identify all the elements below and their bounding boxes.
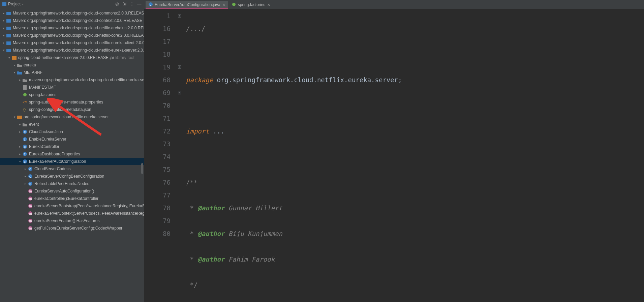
file-icon xyxy=(22,85,28,90)
svg-text:c: c xyxy=(24,138,26,141)
fold-column[interactable]: + + − xyxy=(178,9,182,302)
tree-class[interactable]: ▸cCloudJacksonJson xyxy=(0,128,144,135)
tab-label: spring.factories xyxy=(238,2,265,7)
code-editor[interactable]: 1 16 17 18 19 68 69 70 71 72 73 74 75 76… xyxy=(144,9,644,302)
svg-rect-2 xyxy=(6,19,11,23)
tree-lib-expanded[interactable]: ▾Maven: org.springframework.cloud:spring… xyxy=(0,47,144,54)
svg-rect-0 xyxy=(2,2,6,6)
svg-rect-6 xyxy=(6,49,11,52)
tree-folder-eureka[interactable]: ▸eureka xyxy=(0,61,144,69)
tree-inner-class[interactable]: ▸cRefreshablePeerEurekaNodes xyxy=(0,180,144,187)
tree-file-manifest[interactable]: ·MANIFEST.MF xyxy=(0,84,144,91)
svg-text:c: c xyxy=(24,160,26,163)
tree-file-confmeta[interactable]: ·{}spring-configuration-metadata.json xyxy=(0,106,144,113)
svg-text:m: m xyxy=(29,204,32,208)
tree-method[interactable]: ·mEurekaServerAutoConfiguration() xyxy=(0,187,144,195)
svg-point-9 xyxy=(23,93,27,96)
fold-marker[interactable]: + xyxy=(178,14,181,18)
tree-class[interactable]: ▸cEurekaDashboardProperties xyxy=(0,150,144,158)
svg-rect-8 xyxy=(23,85,27,90)
close-icon[interactable]: ✕ xyxy=(222,3,225,7)
chevron-down-icon[interactable]: ⌄ xyxy=(21,2,24,6)
folder-icon xyxy=(22,122,28,127)
editor-tabs: c EurekaServerAutoConfiguration.java ✕ s… xyxy=(144,0,644,9)
svg-rect-4 xyxy=(6,34,11,37)
project-title[interactable]: Project xyxy=(8,2,21,6)
tree-folder-event[interactable]: ▸event xyxy=(0,121,144,128)
tree-method[interactable]: ·meurekaServerFeature():HasFeatures xyxy=(0,217,144,224)
target-icon[interactable]: ◎ xyxy=(114,1,120,6)
tree-folder[interactable]: ▸maven.org.springframework.cloud.spring-… xyxy=(0,76,144,84)
tree-lib[interactable]: ▸Maven: org.springframework.cloud:spring… xyxy=(0,17,144,24)
spring-leaf-icon xyxy=(22,92,28,97)
class-icon: c xyxy=(28,174,33,179)
svg-text:m: m xyxy=(29,197,32,201)
method-icon: m xyxy=(28,218,33,223)
more-icon[interactable]: ⋮ xyxy=(129,1,134,6)
method-icon: m xyxy=(28,196,33,201)
tree-inner-class[interactable]: ▸cEurekaServerConfigBeanConfiguration xyxy=(0,173,144,180)
fold-marker[interactable]: − xyxy=(178,91,181,94)
tree-selected-class[interactable]: ▾cEurekaServerAutoConfiguration xyxy=(0,158,144,165)
project-sidebar: Project ⌄ ◎ ⇲ ⋮ — ▸Maven: org.springfram… xyxy=(0,0,144,302)
svg-text:</>: </> xyxy=(23,100,27,104)
jar-icon xyxy=(11,55,17,60)
svg-text:m: m xyxy=(29,227,32,230)
class-icon: c xyxy=(28,181,33,186)
project-icon xyxy=(2,2,7,6)
library-icon xyxy=(6,33,11,38)
project-tree[interactable]: ▸Maven: org.springframework.cloud:spring… xyxy=(0,8,144,302)
minimize-icon[interactable]: — xyxy=(136,1,142,6)
svg-text:c: c xyxy=(24,130,26,134)
spring-leaf-icon xyxy=(232,2,236,8)
class-icon: c xyxy=(22,144,28,149)
tree-lib[interactable]: ▸Maven: org.springframework.cloud:spring… xyxy=(0,24,144,32)
collapse-icon[interactable]: ⇲ xyxy=(122,1,127,6)
class-icon: c xyxy=(148,2,153,8)
tree-inner-class[interactable]: ▸cCloudServerCodecs xyxy=(0,165,144,173)
tree-package[interactable]: ▾org.springframework.cloud.netflix.eurek… xyxy=(0,113,144,121)
class-icon: c xyxy=(28,166,33,172)
tree-lib[interactable]: ▸Maven: org.springframework.cloud:spring… xyxy=(0,39,144,47)
properties-icon: </> xyxy=(22,99,28,105)
tree-file-autoconf[interactable]: ·</>spring-autoconfigure-metadata.proper… xyxy=(0,98,144,106)
svg-text:c: c xyxy=(29,175,31,178)
tree-lib[interactable]: ▸Maven: org.springframework.cloud:spring… xyxy=(0,9,144,17)
tree-method[interactable]: ·mgetFullJson(EurekaServerConfig):CodecW… xyxy=(0,224,144,232)
svg-text:m: m xyxy=(29,212,32,215)
tree-file-factories[interactable]: ·spring.factories xyxy=(0,91,144,98)
class-icon: c xyxy=(22,159,28,164)
tree-method[interactable]: ·meurekaController():EurekaController xyxy=(0,195,144,202)
class-icon: c xyxy=(22,137,28,142)
tree-folder-metainf[interactable]: ▾META-INF xyxy=(0,69,144,76)
method-icon: m xyxy=(28,188,33,194)
tab-eureka-config[interactable]: c EurekaServerAutoConfiguration.java ✕ xyxy=(146,1,228,9)
tree-method[interactable]: ·meurekaServerBootstrap(PeerAwareInstanc… xyxy=(0,202,144,210)
svg-text:c: c xyxy=(29,167,31,171)
svg-text:c: c xyxy=(29,182,31,186)
tree-method[interactable]: ·meurekaServerContext(ServerCodecs, Peer… xyxy=(0,210,144,217)
class-icon: c xyxy=(22,151,28,157)
code-content[interactable]: /.../ package org.springframework.cloud.… xyxy=(182,9,644,302)
fold-marker[interactable]: + xyxy=(178,65,181,69)
folder-icon xyxy=(17,62,22,68)
tab-spring-factories[interactable]: spring.factories ✕ xyxy=(229,1,273,9)
tree-class[interactable]: ·cEnableEurekaServer xyxy=(0,135,144,143)
svg-rect-1 xyxy=(6,12,11,15)
svg-text:c: c xyxy=(24,152,26,156)
class-icon: c xyxy=(22,129,28,134)
library-icon xyxy=(6,18,11,23)
scrollbar-thumb[interactable] xyxy=(141,163,143,174)
svg-point-43 xyxy=(232,3,236,6)
tree-jar[interactable]: ▾spring-cloud-netflix-eureka-server-2.0.… xyxy=(0,54,144,61)
svg-rect-12 xyxy=(17,116,22,119)
close-icon[interactable]: ✕ xyxy=(267,3,270,7)
library-icon xyxy=(6,25,11,31)
library-icon xyxy=(6,40,11,46)
line-gutter: 1 16 17 18 19 68 69 70 71 72 73 74 75 76… xyxy=(144,9,178,302)
json-icon: {} xyxy=(22,107,28,112)
method-icon: m xyxy=(28,211,33,216)
tree-lib[interactable]: ▸Maven: org.springframework.cloud:spring… xyxy=(0,32,144,39)
svg-text:m: m xyxy=(29,189,32,193)
tree-class[interactable]: ▸cEurekaController xyxy=(0,143,144,150)
